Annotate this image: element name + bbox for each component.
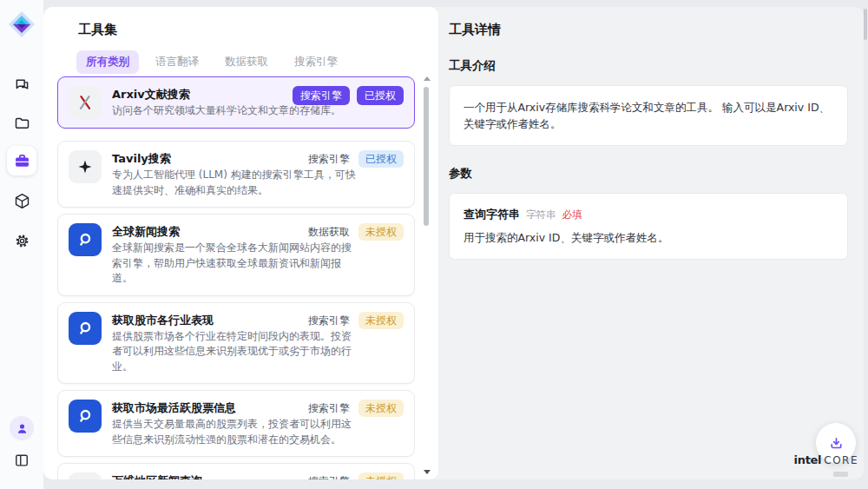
- tool-detail-panel: 工具详情 工具介绍 一个用于从Arxiv存储库搜索科学论文和文章的工具。 输入可…: [438, 7, 864, 479]
- param-card: 查询字符串 字符串 必填 用于搜索的Arxiv ID、关键字或作者姓名。: [449, 193, 848, 260]
- param-description: 用于搜索的Arxiv ID、关键字或作者姓名。: [464, 230, 833, 246]
- tool-list: Arxiv文献搜索 访问各个研究领域大量科学论文和文章的存储库。 搜索引擎 已授…: [57, 76, 415, 479]
- category-badge: 搜索引擎: [306, 150, 352, 168]
- category-badge: 搜索引擎: [293, 86, 350, 105]
- intro-section-title: 工具介绍: [449, 58, 848, 74]
- tool-card-regional-news[interactable]: 万维地区新闻查询 查询具体行政区划内的新闻，快速了解各地新闻动 搜索引擎 未授权: [57, 463, 415, 479]
- toolbox-icon[interactable]: [7, 146, 36, 175]
- auth-status-badge: 已授权: [358, 150, 404, 168]
- intro-text: 一个用于从Arxiv存储库搜索科学论文和文章的工具。 输入可以是Arxiv ID…: [464, 99, 833, 132]
- app-logo-icon[interactable]: [8, 10, 36, 38]
- blue-search-icon: [69, 400, 102, 433]
- tool-card-arxiv[interactable]: Arxiv文献搜索 访问各个研究领域大量科学论文和文章的存储库。 搜索引擎 已授…: [57, 76, 415, 129]
- tool-card-global-news[interactable]: 全球新闻搜索 全球新闻搜索是一个聚合全球各大新闻网站内容的搜索引擎，帮助用户快速…: [57, 214, 415, 296]
- blue-search-icon: [69, 223, 102, 256]
- auth-status-badge: 未授权: [358, 472, 404, 479]
- category-badge: 搜索引擎: [306, 312, 352, 329]
- intel-ultra-badge: [833, 472, 848, 477]
- tool-description: 提供股票市场各个行业在特定时间段内的表现。投资者可以利用这些信息来识别表现优于或…: [112, 329, 359, 375]
- tool-card-most-active-stocks[interactable]: 获取市场最活跃股票信息 提供当天交易量最高的股票列表，投资者可以利用这些信息来识…: [57, 390, 415, 457]
- app-window: 工具集 所有类别 语言翻译 数据获取 搜索引擎 A: [0, 0, 868, 489]
- category-badge: 搜索引擎: [306, 400, 352, 417]
- intel-brand-text: intel: [794, 454, 822, 466]
- tab-data-fetching[interactable]: 数据获取: [215, 50, 278, 74]
- content-shell: 工具集 所有类别 语言翻译 数据获取 搜索引擎 A: [43, 7, 864, 479]
- sidebar-toggle-icon[interactable]: [7, 446, 36, 475]
- tab-search-engine[interactable]: 搜索引擎: [285, 50, 347, 74]
- scroll-up-arrow-icon[interactable]: [424, 76, 431, 81]
- page-title: 工具集: [78, 22, 117, 38]
- blue-search-icon: [69, 312, 102, 345]
- auth-status-badge: 未授权: [358, 223, 404, 241]
- auth-status-badge: 已授权: [357, 86, 404, 105]
- param-required-flag: 必填: [562, 208, 582, 221]
- tab-language-translation[interactable]: 语言翻译: [146, 50, 208, 74]
- params-section-title: 参数: [449, 166, 848, 182]
- detail-title: 工具详情: [449, 22, 848, 38]
- tool-card-sector-performance[interactable]: 获取股市各行业表现 提供股票市场各个行业在特定时间段内的表现。投资者可以利用这些…: [57, 302, 415, 385]
- intro-card: 一个用于从Arxiv存储库搜索科学论文和文章的工具。 输入可以是Arxiv ID…: [449, 85, 848, 146]
- folder-icon[interactable]: [7, 108, 36, 137]
- settings-gear-icon[interactable]: [7, 226, 36, 255]
- intel-core-logo: intel core: [794, 454, 858, 479]
- tool-list-panel: 工具集 所有类别 语言翻译 数据获取 搜索引擎 A: [43, 7, 438, 479]
- scrollbar-thumb[interactable]: [424, 87, 429, 226]
- param-type: 字符串: [526, 208, 556, 221]
- arxiv-logo-icon: [69, 86, 102, 119]
- core-brand-text: core: [824, 455, 858, 466]
- category-badge: 搜索引擎: [306, 472, 352, 479]
- page-scrollbar-thumb[interactable]: [864, 9, 867, 40]
- tool-description: 全球新闻搜索是一个聚合全球各大新闻网站内容的搜索引擎，帮助用户快速获取全球最新资…: [112, 241, 359, 287]
- category-tabs: 所有类别 语言翻译 数据获取 搜索引擎: [76, 50, 347, 74]
- tool-description: 访问各个研究领域大量科学论文和文章的存储库。: [112, 103, 359, 119]
- scroll-down-arrow-icon[interactable]: [424, 470, 431, 474]
- auth-status-badge: 未授权: [358, 400, 404, 417]
- tab-all-categories[interactable]: 所有类别: [76, 50, 139, 74]
- download-icon: [827, 434, 845, 453]
- user-avatar[interactable]: [10, 416, 34, 440]
- spark-star-icon: [69, 150, 102, 183]
- package-icon[interactable]: [7, 186, 36, 215]
- tool-description: 专为人工智能代理 (LLM) 构建的搜索引擎工具，可快速提供实时、准确和真实的结…: [112, 168, 359, 198]
- tool-card-tavily[interactable]: Tavily搜索 专为人工智能代理 (LLM) 构建的搜索引擎工具，可快速提供实…: [57, 141, 415, 208]
- auth-status-badge: 未授权: [358, 312, 404, 329]
- sidebar: [0, 0, 43, 489]
- list-scrollbar[interactable]: [423, 76, 430, 474]
- param-name: 查询字符串: [464, 207, 520, 222]
- newspaper-icon: [69, 472, 102, 479]
- tool-description: 提供当天交易量最高的股票列表，投资者可以利用这些信息来识别流动性强的股票和潜在的…: [112, 417, 359, 447]
- category-badge: 数据获取: [306, 223, 352, 241]
- chat-icon[interactable]: [7, 69, 36, 99]
